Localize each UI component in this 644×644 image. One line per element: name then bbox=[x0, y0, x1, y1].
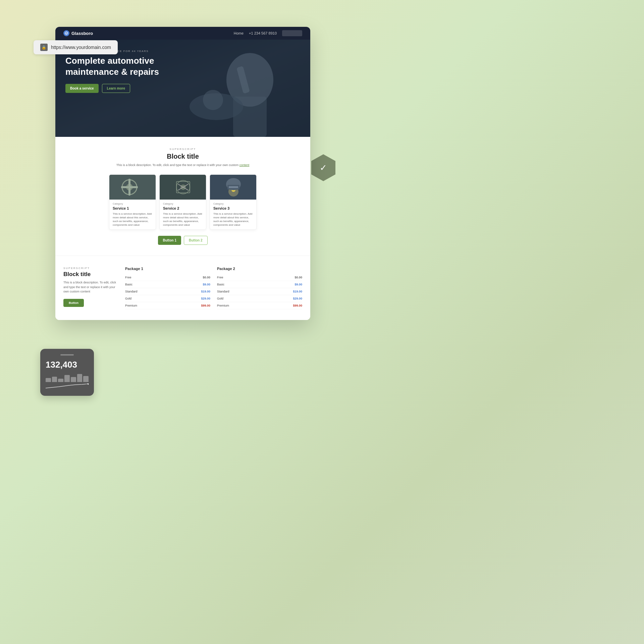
bar-6 bbox=[77, 374, 83, 382]
book-service-button[interactable]: Book a service bbox=[65, 84, 99, 93]
nav-home[interactable]: Home bbox=[234, 31, 244, 35]
package-1-title: Package 1 bbox=[125, 267, 210, 271]
svg-point-0 bbox=[88, 383, 89, 385]
pricing-desc: This is a block description. To edit, cl… bbox=[63, 280, 117, 294]
service-name-1: Service 1 bbox=[113, 206, 152, 210]
sparkline bbox=[46, 383, 89, 389]
service-body-1: Category Service 1 This is a service des… bbox=[109, 200, 156, 230]
pricing-layout: SUPERSCRIPT Block title This is a block … bbox=[63, 267, 302, 309]
hero-buttons: Book a service Learn more bbox=[65, 84, 300, 93]
services-title: Block title bbox=[63, 153, 302, 160]
stats-chart bbox=[46, 372, 89, 389]
pricing-row: Gold $29.00 bbox=[217, 295, 302, 302]
pricing-row: Free $0.00 bbox=[125, 274, 210, 281]
stats-number: 132,403 bbox=[46, 360, 89, 370]
svg-rect-13 bbox=[128, 179, 130, 196]
stats-bars bbox=[46, 372, 89, 382]
checkmark-icon: ✓ bbox=[320, 163, 327, 173]
services-section: SUPERSCRIPT Block title This is a block … bbox=[55, 137, 310, 256]
nav-search[interactable] bbox=[282, 30, 302, 36]
service-desc-3: This is a service description. Add more … bbox=[213, 212, 253, 227]
pricing-row: Standard $19.00 bbox=[217, 288, 302, 295]
service-category-1: Category bbox=[113, 202, 152, 205]
pricing-table-1: Package 1 Free $0.00 Basic $9.00 Standar… bbox=[125, 267, 210, 309]
service-card-3: Category Service 3 This is a service des… bbox=[210, 174, 257, 230]
pricing-row: Standard $19.00 bbox=[125, 288, 210, 295]
pricing-row: Basic $9.00 bbox=[217, 281, 302, 288]
pricing-superscript: SUPERSCRIPT bbox=[63, 267, 117, 270]
service-desc-2: This is a service description. Add more … bbox=[163, 212, 203, 227]
bar-3 bbox=[58, 379, 63, 382]
service-card-2: Category Service 2 This is a service des… bbox=[159, 174, 206, 230]
pricing-left: SUPERSCRIPT Block title This is a block … bbox=[63, 267, 117, 309]
pricing-section: SUPERSCRIPT Block title This is a block … bbox=[55, 256, 310, 320]
service-desc-1: This is a service description. Add more … bbox=[113, 212, 152, 227]
services-desc-link[interactable]: content bbox=[239, 163, 250, 167]
pricing-button[interactable]: Button bbox=[63, 299, 84, 307]
pricing-row: Basic $9.00 bbox=[125, 281, 210, 288]
services-superscript: SUPERSCRIPT bbox=[63, 148, 302, 151]
hero-title: Complete automotive maintenance & repair… bbox=[65, 55, 159, 77]
service-img-svg-3 bbox=[210, 175, 256, 200]
services-buttons: Button 1 Button 2 bbox=[63, 236, 302, 245]
bar-1 bbox=[46, 378, 51, 382]
service-name-2: Service 2 bbox=[163, 206, 203, 210]
bar-2 bbox=[52, 377, 57, 382]
bar-4 bbox=[64, 375, 70, 382]
pricing-row: Gold $29.00 bbox=[125, 295, 210, 302]
bar-7 bbox=[83, 376, 89, 382]
widget-handle bbox=[60, 354, 74, 356]
package-2-title: Package 2 bbox=[217, 267, 302, 271]
service-button-1[interactable]: Button 1 bbox=[158, 236, 181, 245]
pricing-title: Block title bbox=[63, 271, 117, 278]
service-img-svg-1 bbox=[109, 175, 156, 200]
bar-5 bbox=[71, 377, 76, 382]
brand-name: Glassboro bbox=[71, 31, 93, 36]
lock-icon: 🔒 bbox=[40, 44, 48, 51]
service-button-2[interactable]: Button 2 bbox=[184, 236, 208, 245]
services-grid: Category Service 1 This is a service des… bbox=[63, 174, 302, 230]
pricing-table-2: Package 2 Free $0.00 Basic $9.00 Standar… bbox=[217, 267, 302, 309]
pricing-row: Premium $99.00 bbox=[217, 302, 302, 309]
address-bar: 🔒 https://www.yourdomain.com bbox=[34, 40, 118, 54]
service-name-3: Service 3 bbox=[213, 206, 253, 210]
service-image-2 bbox=[160, 175, 206, 200]
stats-widget: 132,403 bbox=[40, 349, 94, 396]
nav-links: Home +1 234 567 8910 bbox=[234, 30, 302, 36]
brand-icon bbox=[63, 30, 69, 36]
security-badge: ✓ bbox=[311, 154, 335, 181]
service-image-1 bbox=[109, 175, 156, 200]
service-img-svg-2 bbox=[160, 175, 206, 200]
url-text: https://www.yourdomain.com bbox=[51, 45, 111, 50]
services-description: This is a block description. To edit, cl… bbox=[116, 163, 250, 168]
service-category-2: Category bbox=[163, 202, 203, 205]
pricing-row: Premium $99.00 bbox=[125, 302, 210, 309]
browser-window: Glassboro Home +1 234 567 8910 bbox=[55, 27, 310, 320]
service-body-3: Category Service 3 This is a service des… bbox=[210, 200, 256, 230]
svg-rect-28 bbox=[229, 186, 238, 188]
nav-phone[interactable]: +1 234 567 8910 bbox=[249, 31, 277, 35]
brand-logo: Glassboro bbox=[63, 30, 93, 36]
learn-more-button[interactable]: Learn more bbox=[102, 84, 130, 93]
pricing-tables: Package 1 Free $0.00 Basic $9.00 Standar… bbox=[125, 267, 302, 309]
service-card-1: Category Service 1 This is a service des… bbox=[109, 174, 156, 230]
pricing-row: Free $0.00 bbox=[217, 274, 302, 281]
service-image-3 bbox=[210, 175, 256, 200]
site-nav: Glassboro Home +1 234 567 8910 bbox=[55, 27, 310, 40]
service-category-3: Category bbox=[213, 202, 253, 205]
service-body-2: Category Service 2 This is a service des… bbox=[160, 200, 206, 230]
